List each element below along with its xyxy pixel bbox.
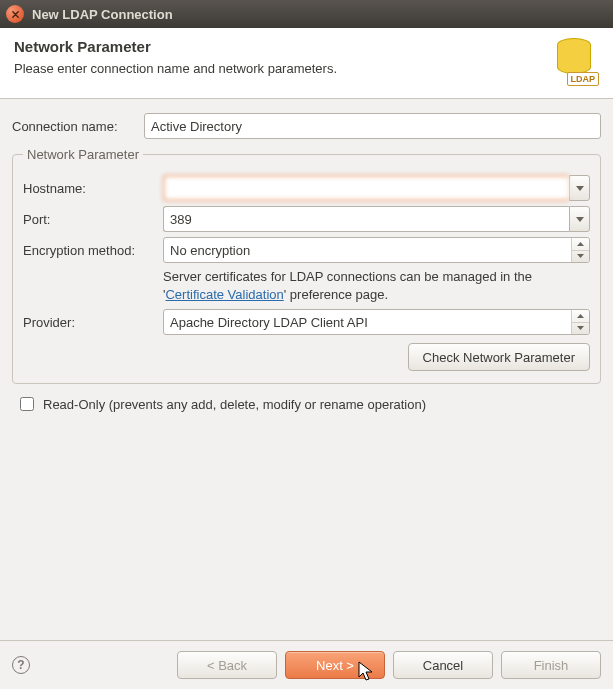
window-title: New LDAP Connection xyxy=(32,7,173,22)
encryption-step-down[interactable] xyxy=(572,251,589,263)
port-input[interactable] xyxy=(163,206,569,232)
wizard-footer: ? < Back Next > Cancel Finish xyxy=(0,640,613,689)
mouse-cursor-icon xyxy=(358,661,374,683)
next-button[interactable]: Next > xyxy=(285,651,385,679)
provider-step-up[interactable] xyxy=(572,310,589,323)
back-button: < Back xyxy=(177,651,277,679)
network-parameter-group: Network Parameter Hostname: Port: xyxy=(12,147,601,384)
port-combo[interactable] xyxy=(163,206,590,232)
chevron-down-icon xyxy=(576,186,584,191)
provider-label: Provider: xyxy=(23,315,163,330)
chevron-up-icon xyxy=(577,242,584,246)
finish-button: Finish xyxy=(501,651,601,679)
connection-name-input[interactable] xyxy=(144,113,601,139)
chevron-down-icon xyxy=(577,326,584,330)
port-label: Port: xyxy=(23,212,163,227)
check-network-button[interactable]: Check Network Parameter xyxy=(408,343,590,371)
window-close-button[interactable] xyxy=(6,5,24,23)
hostname-combo[interactable] xyxy=(163,175,590,201)
wizard-header: Network Parameter Please enter connectio… xyxy=(0,28,613,99)
port-dropdown-button[interactable] xyxy=(569,206,590,232)
page-subtitle: Please enter connection name and network… xyxy=(14,61,337,76)
chevron-down-icon xyxy=(577,254,584,258)
chevron-up-icon xyxy=(577,314,584,318)
ldap-icon: LDAP xyxy=(551,38,599,86)
page-title: Network Parameter xyxy=(14,38,337,55)
help-button[interactable]: ? xyxy=(12,656,30,674)
provider-select[interactable]: Apache Directory LDAP Client API xyxy=(163,309,590,335)
encryption-step-up[interactable] xyxy=(572,238,589,251)
readonly-label[interactable]: Read-Only (prevents any add, delete, mod… xyxy=(43,397,426,412)
provider-value: Apache Directory LDAP Client API xyxy=(164,310,571,334)
hostname-dropdown-button[interactable] xyxy=(569,175,590,201)
chevron-down-icon xyxy=(576,217,584,222)
provider-step-down[interactable] xyxy=(572,323,589,335)
hostname-input[interactable] xyxy=(163,175,569,201)
readonly-checkbox[interactable] xyxy=(20,397,34,411)
encryption-select[interactable]: No encryption xyxy=(163,237,590,263)
hostname-label: Hostname: xyxy=(23,181,163,196)
certificate-validation-link[interactable]: Certificate Validation xyxy=(165,287,283,302)
connection-name-label: Connection name: xyxy=(12,119,144,134)
network-parameter-legend: Network Parameter xyxy=(23,147,143,162)
title-bar: New LDAP Connection xyxy=(0,0,613,28)
certificate-hint: Server certificates for LDAP connections… xyxy=(163,268,590,303)
cancel-button[interactable]: Cancel xyxy=(393,651,493,679)
encryption-value: No encryption xyxy=(164,238,571,262)
encryption-label: Encryption method: xyxy=(23,243,163,258)
